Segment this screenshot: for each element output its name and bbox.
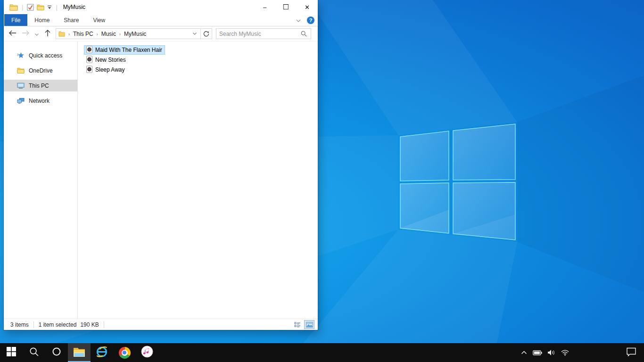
- new-folder-icon[interactable]: [37, 4, 44, 10]
- qat-separator: |: [22, 4, 23, 11]
- battery-icon[interactable]: [533, 348, 542, 357]
- file-explorer-icon: [73, 347, 85, 359]
- navigation-buttons: [4, 29, 56, 39]
- up-icon[interactable]: [44, 29, 51, 39]
- taskbar-search-button[interactable]: [23, 343, 45, 362]
- file-name: Sleep Away: [95, 66, 125, 73]
- status-separator: [104, 321, 104, 328]
- maximize-button[interactable]: ☐: [275, 0, 297, 14]
- help-icon[interactable]: ?: [307, 16, 314, 24]
- tab-home[interactable]: Home: [27, 14, 57, 26]
- internet-explorer-button[interactable]: [91, 343, 113, 362]
- network-icon: [17, 97, 25, 105]
- windows-start-icon: [7, 347, 16, 358]
- sidebar-item-label: OneDrive: [29, 67, 53, 74]
- file-item[interactable]: Sleep Away: [84, 65, 128, 74]
- search-input[interactable]: [216, 31, 299, 37]
- chevron-up-icon[interactable]: [519, 348, 528, 357]
- magnifier-icon[interactable]: [299, 31, 311, 37]
- chrome-button[interactable]: [113, 343, 136, 362]
- tab-share[interactable]: Share: [57, 14, 86, 26]
- breadcrumb-separator: ›: [67, 31, 71, 37]
- file-list[interactable]: Maid With The Flaxen Hair New Stories: [78, 41, 318, 319]
- file-explorer-icon: [9, 4, 18, 11]
- search-box: [216, 28, 311, 39]
- selection-info: 1 item selected: [39, 321, 77, 328]
- file-item[interactable]: New Stories: [84, 55, 129, 65]
- explorer-content: Quick access OneDrive: [4, 41, 318, 319]
- breadcrumb-separator: ›: [96, 31, 99, 37]
- breadcrumb-mymusic[interactable]: MyMusic: [122, 31, 149, 37]
- file-name: New Stories: [95, 57, 126, 63]
- refresh-icon[interactable]: [200, 29, 212, 39]
- audio-file-icon: [86, 56, 93, 65]
- start-button[interactable]: [0, 343, 23, 362]
- search-icon: [29, 347, 39, 359]
- taskbar-file-explorer-button[interactable]: [68, 343, 91, 362]
- sidebar-item-onedrive[interactable]: OneDrive: [4, 65, 77, 76]
- system-tray: [519, 343, 570, 362]
- selection-size: 190 KB: [80, 321, 99, 328]
- items-count: 3 items: [10, 321, 29, 328]
- thumbnails-view-icon[interactable]: [304, 320, 314, 329]
- chrome-icon: [119, 347, 131, 359]
- tab-file[interactable]: File: [4, 14, 27, 26]
- file-explorer-window: | | MyMusic – ☐ ✕ File: [4, 0, 318, 330]
- notifications-icon: [626, 347, 636, 358]
- file-name: Maid With The Flaxen Hair: [95, 47, 162, 53]
- folder-icon: [58, 31, 65, 37]
- title-bar[interactable]: | | MyMusic – ☐ ✕: [4, 0, 318, 14]
- quick-access-star-icon: [17, 52, 25, 59]
- cortana-icon: [52, 347, 61, 358]
- close-button[interactable]: ✕: [297, 0, 318, 14]
- tab-view[interactable]: View: [86, 14, 112, 26]
- qat-dropdown-icon[interactable]: [47, 5, 52, 9]
- sidebar-item-label: Quick access: [29, 52, 62, 59]
- this-pc-monitor-icon: [17, 82, 25, 90]
- ribbon-tab-bar: File Home Share View ?: [4, 14, 318, 26]
- address-dropdown-chevron-icon[interactable]: [189, 32, 200, 35]
- sidebar-item-this-pc[interactable]: This PC: [4, 80, 77, 91]
- forward-icon[interactable]: [22, 30, 30, 38]
- itunes-button[interactable]: [136, 343, 158, 362]
- address-bar[interactable]: › This PC › Music › MyMusic: [56, 28, 212, 39]
- audio-file-icon: [86, 46, 93, 55]
- recent-locations-chevron-icon[interactable]: [34, 30, 39, 38]
- cortana-button[interactable]: [45, 343, 68, 362]
- status-bar: 3 items 1 item selected 190 KB: [4, 319, 318, 330]
- qat-separator: |: [56, 4, 57, 11]
- breadcrumb-music[interactable]: Music: [99, 31, 118, 37]
- details-view-icon[interactable]: [292, 320, 303, 329]
- audio-file-icon: [86, 66, 93, 74]
- sidebar-item-quick-access[interactable]: Quick access: [4, 49, 77, 61]
- window-controls: – ☐ ✕: [254, 0, 318, 14]
- properties-check-icon[interactable]: [27, 4, 34, 11]
- breadcrumb-separator: ›: [118, 31, 122, 37]
- wifi-icon[interactable]: [560, 348, 570, 357]
- view-toggle-buttons: [292, 320, 314, 329]
- back-icon[interactable]: [8, 30, 17, 38]
- address-row: › This PC › Music › MyMusic: [4, 26, 318, 41]
- action-center-button[interactable]: [626, 343, 636, 362]
- collapse-ribbon-chevron-icon[interactable]: [296, 16, 301, 25]
- breadcrumb-this-pc[interactable]: This PC: [71, 31, 96, 37]
- volume-icon[interactable]: [546, 348, 556, 357]
- taskbar: [0, 343, 644, 362]
- navigation-pane: Quick access OneDrive: [4, 41, 78, 319]
- window-title: MyMusic: [63, 4, 85, 10]
- itunes-icon: [141, 346, 153, 360]
- sidebar-item-network[interactable]: Network: [4, 95, 77, 107]
- sidebar-item-label: This PC: [29, 82, 49, 89]
- internet-explorer-icon: [95, 346, 108, 360]
- file-item[interactable]: Maid With The Flaxen Hair: [84, 45, 165, 55]
- sidebar-item-label: Network: [29, 98, 50, 104]
- minimize-button[interactable]: –: [254, 0, 275, 14]
- onedrive-folder-icon: [17, 67, 25, 74]
- status-separator: [33, 321, 34, 328]
